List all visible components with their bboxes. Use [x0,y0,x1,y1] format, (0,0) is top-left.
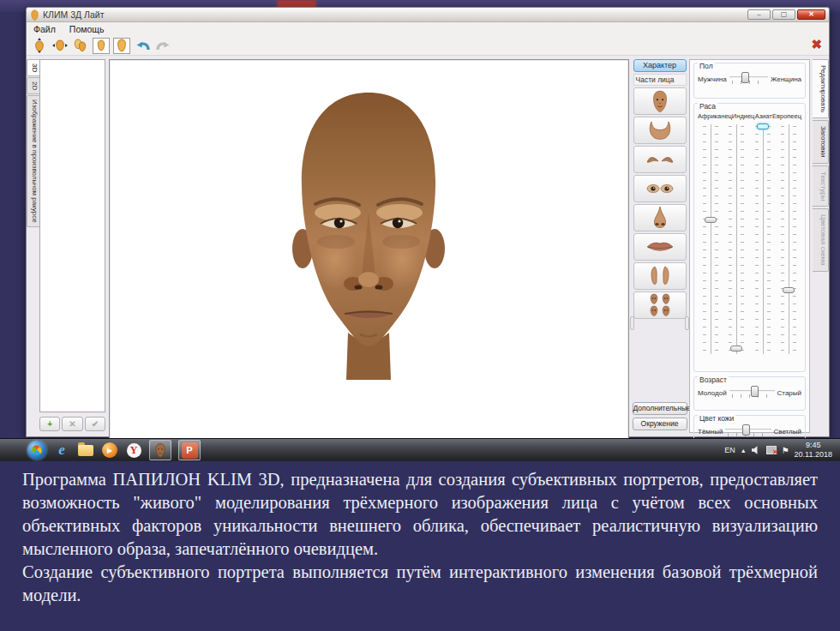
minimize-button[interactable]: – [747,9,771,20]
taskbar-explorer-icon[interactable] [77,442,94,459]
tab-textures: Текстуры [813,165,829,207]
taskbar-powerpoint-button[interactable]: P [178,440,201,460]
face-shape-icon [647,120,673,141]
face-parts-panel: Характер Части лица [632,59,687,435]
language-indicator[interactable]: EN [724,446,735,454]
desktop: КЛИМ 3Д Лайт – ▢ ✕ Файл Помощь [0,0,840,631]
model-canvas[interactable] [109,59,629,441]
race-slider-indian[interactable] [723,123,749,356]
edit-panel: Пол Мужчина Женщина Раса Африка [689,59,810,433]
skin-max-label: Светлый [774,428,802,436]
taskbar-yandex-icon[interactable]: Y [125,442,142,459]
race-group-label: Раса [698,102,717,111]
environment-button[interactable]: Окружение [633,418,687,430]
nose-icon [651,206,669,230]
taskbar-klim-app-button[interactable] [149,440,171,460]
character-button[interactable]: Характер [633,59,687,72]
caption-buttons: – ▢ ✕ [747,9,825,20]
parts-extra-buttons: Дополнительные Окружение [632,402,687,433]
age-group: Возраст Молодой Старый [693,376,806,411]
undo-icon[interactable] [134,38,151,54]
part-nose-button[interactable] [633,204,687,231]
titlebar[interactable]: КЛИМ 3Д Лайт – ▢ ✕ [27,8,829,22]
gender-group: Пол Мужчина Женщина [693,63,806,99]
tab-3d[interactable]: 3D [27,59,39,76]
portrait-list[interactable] [39,59,105,412]
clock-time: 9:45 [795,441,832,450]
taskbar-clock[interactable]: 9:45 20.11.2018 [795,441,836,460]
race-label-african: Африканец [698,112,732,120]
framed-head-small-icon[interactable] [93,38,110,54]
caption-paragraph-1: Программа ПАПИЛОН KLIM 3D, предназначена… [22,468,818,561]
rotate-vertical-icon[interactable] [31,38,48,54]
head-types-icon [648,293,672,317]
part-face-shape-button[interactable] [633,117,687,144]
window-content: 3D 2D Изображение в произвольном ракурсе… [27,57,829,436]
rotate-horizontal-icon[interactable] [51,38,69,54]
add-portrait-button[interactable]: + [39,417,60,431]
two-heads-icon[interactable] [72,38,89,54]
menu-file[interactable]: Файл [33,24,56,34]
part-lips-button[interactable] [633,233,687,261]
age-min-label: Молодой [698,389,727,397]
gender-group-label: Пол [698,62,715,70]
part-whole-face-button[interactable] [633,87,687,115]
tab-2d[interactable]: 2D [27,77,39,94]
skin-min-label: Тёмный [698,428,723,436]
age-slider[interactable] [729,386,775,400]
play-icon: ▶ [102,442,117,458]
skin-group-label: Цвет кожи [698,414,735,423]
start-button[interactable] [27,441,46,460]
taskbar: e ▶ Y P EN ▲ ✕ ⚑ [0,438,840,461]
apply-portrait-button[interactable]: ✔ [85,417,105,431]
face-parts-label: Части лица [633,74,687,86]
gender-slider[interactable] [729,72,768,86]
system-tray: EN ▲ ✕ ⚑ 9:45 20.11.2018 [724,441,840,460]
taskbar-ie-icon[interactable]: e [53,442,70,459]
tab-free-view[interactable]: Изображение в произвольном ракурсе [27,95,39,227]
parts-scroll-left[interactable] [630,316,634,330]
age-max-label: Старый [777,389,801,397]
skin-slider-thumb[interactable] [742,424,750,436]
toolbar-close-icon[interactable]: ✖ [811,37,822,52]
skin-slider[interactable] [725,424,771,438]
gender-min-label: Мужчина [698,75,727,83]
remove-portrait-button[interactable]: ✕ [62,417,82,431]
part-eyes-button[interactable] [633,175,687,202]
redo-icon[interactable] [154,38,171,54]
part-eyebrows-button[interactable] [633,146,687,173]
race-slider-indian-thumb[interactable] [730,346,742,352]
gender-slider-thumb[interactable] [741,72,749,83]
app-head-icon [30,9,39,21]
race-slider-european[interactable] [776,123,801,356]
race-slider-african[interactable] [698,123,723,356]
app-window: КЛИМ 3Д Лайт – ▢ ✕ Файл Помощь [26,7,830,437]
part-head-types-button[interactable] [633,291,687,319]
race-slider-asian[interactable] [750,123,776,356]
network-error-icon: ✕ [772,448,778,456]
race-slider-asian-thumb[interactable] [757,123,769,129]
age-slider-thumb[interactable] [751,386,759,397]
maximize-button[interactable]: ▢ [772,9,795,20]
race-slider-european-thumb[interactable] [783,287,795,293]
tray-expand-icon[interactable]: ▲ [741,448,747,454]
ears-icon [648,265,672,287]
menu-help[interactable]: Помощь [69,24,105,34]
part-ears-button[interactable] [633,262,687,290]
race-group: Раса Африканец Индиец Азиат Европеец [693,103,806,372]
tab-edit[interactable]: Редактировать [813,59,829,118]
framed-head-large-icon[interactable] [113,38,130,54]
network-icon[interactable]: ✕ [766,446,777,454]
race-label-indian: Индиец [732,112,755,120]
powerpoint-icon: P [182,442,198,459]
action-center-flag-icon[interactable]: ⚑ [782,446,789,455]
volume-icon[interactable] [752,446,761,454]
age-group-label: Возраст [698,376,729,384]
portrait-list-buttons: + ✕ ✔ [39,417,105,431]
gender-max-label: Женщина [771,75,801,83]
race-slider-african-thumb[interactable] [705,217,717,223]
additional-button[interactable]: Дополнительные [633,402,687,415]
tab-presets[interactable]: Заготовки [813,120,829,164]
close-button[interactable]: ✕ [797,9,825,20]
taskbar-media-player-icon[interactable]: ▶ [101,442,118,459]
